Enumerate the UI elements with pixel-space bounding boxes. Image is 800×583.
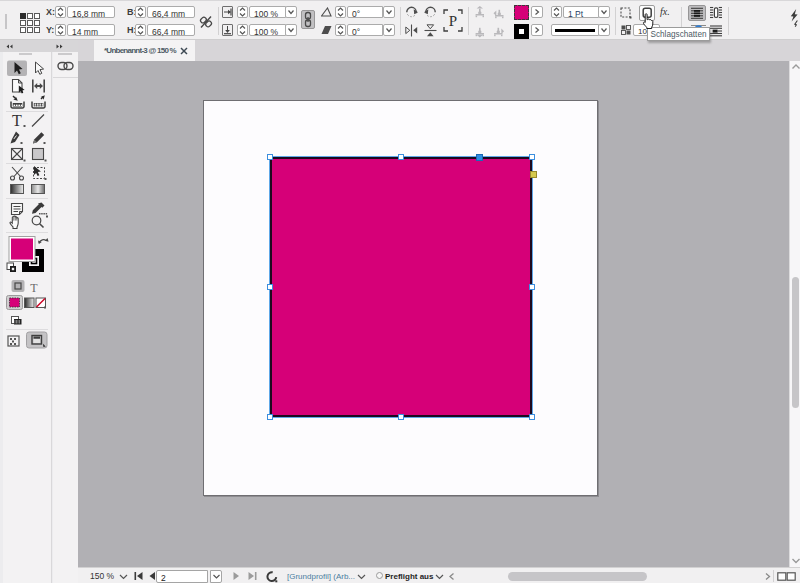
- svg-text:T: T: [30, 281, 38, 295]
- svg-text:T: T: [12, 112, 22, 129]
- svg-text:P: P: [449, 13, 457, 29]
